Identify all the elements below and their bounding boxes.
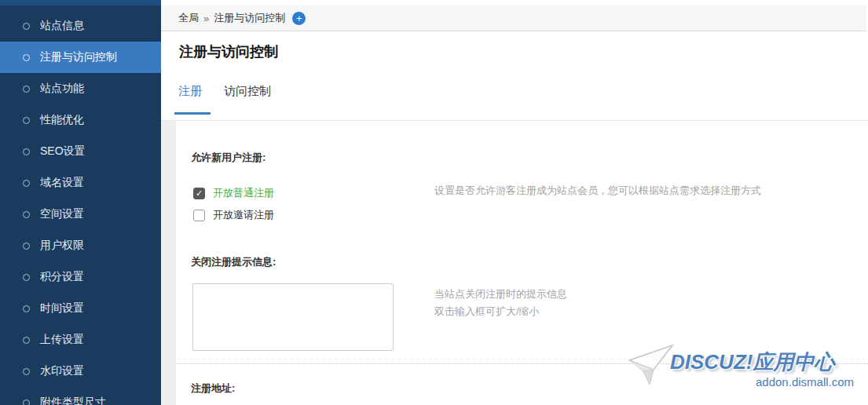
circle-bullet-icon	[23, 117, 30, 124]
watermark-domain: addon.dismall.com	[756, 375, 854, 389]
sidebar-item-label: 水印设置	[40, 364, 84, 378]
sidebar-item-domain[interactable]: 域名设置	[0, 167, 161, 199]
discuz-watermark: DISCUZ!应用中心 addon.dismall.com	[628, 341, 864, 400]
sidebar-item-label: 性能优化	[40, 113, 84, 127]
checkbox-checked-icon[interactable]: ✓	[193, 188, 205, 199]
sidebar-item-label: 积分设置	[40, 270, 84, 284]
circle-bullet-icon	[23, 180, 30, 187]
tab-access-control[interactable]: 访问控制	[224, 84, 271, 99]
main-content: 全局 » 注册与访问控制 + 注册与访问控制 注册 访问控制 允许新用户注册: …	[161, 0, 868, 405]
sidebar-item-watermark[interactable]: 水印设置	[0, 356, 161, 387]
sidebar-item-label: 域名设置	[40, 176, 84, 190]
sidebar-item-label: 站点信息	[40, 19, 84, 33]
breadcrumb-separator: »	[203, 13, 209, 24]
tab-register[interactable]: 注册	[178, 84, 202, 99]
paper-plane-icon	[628, 343, 674, 389]
watermark-title: DISCUZ!应用中心	[670, 348, 834, 376]
help-text-close-message: 当站点关闭注册时的提示信息 双击输入框可扩大/缩小	[434, 286, 567, 320]
sidebar-item-label: 时间设置	[40, 301, 84, 316]
help-text-registration: 设置是否允许游客注册成为站点会员，您可以根据站点需求选择注册方式	[434, 184, 761, 198]
add-favorite-button[interactable]: +	[292, 12, 306, 25]
field-label-close-message: 关闭注册提示信息:	[191, 255, 276, 269]
sidebar-item-seo[interactable]: SEO设置	[0, 136, 161, 167]
sidebar-item-label: 上传设置	[40, 333, 84, 347]
breadcrumb: 全局 » 注册与访问控制 +	[161, 5, 866, 31]
sidebar-menu: 站点信息 注册与访问控制 站点功能 性能优化 SEO设置 域名设置 空间设置	[0, 5, 161, 405]
section-divider	[176, 363, 868, 364]
circle-bullet-icon	[23, 368, 30, 375]
sidebar-item-user-permissions[interactable]: 用户权限	[0, 230, 161, 261]
sidebar-item-credits[interactable]: 积分设置	[0, 261, 161, 293]
field-label-allow-registration: 允许新用户注册:	[191, 151, 266, 165]
option-open-invite-registration[interactable]: 开放邀请注册	[193, 208, 274, 222]
field-label-registration-url: 注册地址:	[191, 381, 235, 396]
circle-bullet-icon	[23, 86, 30, 93]
sidebar-item-label: 用户权限	[40, 239, 84, 253]
circle-bullet-icon	[23, 305, 30, 312]
tabs-divider	[161, 120, 868, 121]
option-label[interactable]: 开放邀请注册	[213, 208, 274, 222]
circle-bullet-icon	[23, 337, 30, 344]
sidebar-item-label: 站点功能	[40, 82, 84, 96]
check-icon: ✓	[196, 188, 203, 199]
sidebar-item-label: SEO设置	[40, 144, 86, 159]
sidebar-item-site-features[interactable]: 站点功能	[0, 73, 161, 104]
sidebar-item-performance[interactable]: 性能优化	[0, 104, 161, 136]
circle-bullet-icon	[23, 54, 30, 61]
option-open-normal-registration[interactable]: ✓ 开放普通注册	[193, 186, 274, 200]
circle-bullet-icon	[23, 400, 30, 405]
sidebar-top-strip	[0, 0, 161, 5]
plus-icon: +	[296, 13, 302, 24]
sidebar-item-space[interactable]: 空间设置	[0, 199, 161, 230]
sidebar-item-time[interactable]: 时间设置	[0, 293, 161, 324]
checkbox-unchecked-icon[interactable]	[193, 210, 205, 221]
help-line: 当站点关闭注册时的提示信息	[434, 286, 567, 303]
breadcrumb-current: 注册与访问控制	[214, 11, 285, 25]
sidebar-item-label: 空间设置	[40, 207, 84, 221]
help-line: 双击输入框可扩大/缩小	[434, 303, 567, 320]
sidebar-nav: 站点信息 注册与访问控制 站点功能 性能优化 SEO设置 域名设置 空间设置	[0, 0, 161, 405]
breadcrumb-root: 全局	[178, 11, 199, 25]
sidebar-item-label: 附件类型尺寸	[40, 396, 106, 405]
option-label[interactable]: 开放普通注册	[213, 186, 274, 200]
page-title: 注册与访问控制	[179, 42, 278, 61]
close-message-textarea[interactable]	[192, 283, 394, 351]
circle-bullet-icon	[23, 211, 30, 218]
circle-bullet-icon	[23, 23, 30, 30]
sidebar-item-attachment-types[interactable]: 附件类型尺寸	[0, 387, 161, 405]
sidebar-item-register-access[interactable]: 注册与访问控制	[0, 42, 161, 73]
circle-bullet-icon	[23, 148, 30, 155]
circle-bullet-icon	[23, 274, 30, 281]
sidebar-item-label: 注册与访问控制	[40, 50, 117, 64]
circle-bullet-icon	[23, 243, 30, 250]
sidebar-item-site-info[interactable]: 站点信息	[0, 10, 161, 42]
scrollbar-gutter[interactable]	[161, 121, 176, 405]
active-tab-underline	[174, 112, 211, 115]
sidebar-item-upload[interactable]: 上传设置	[0, 324, 161, 356]
